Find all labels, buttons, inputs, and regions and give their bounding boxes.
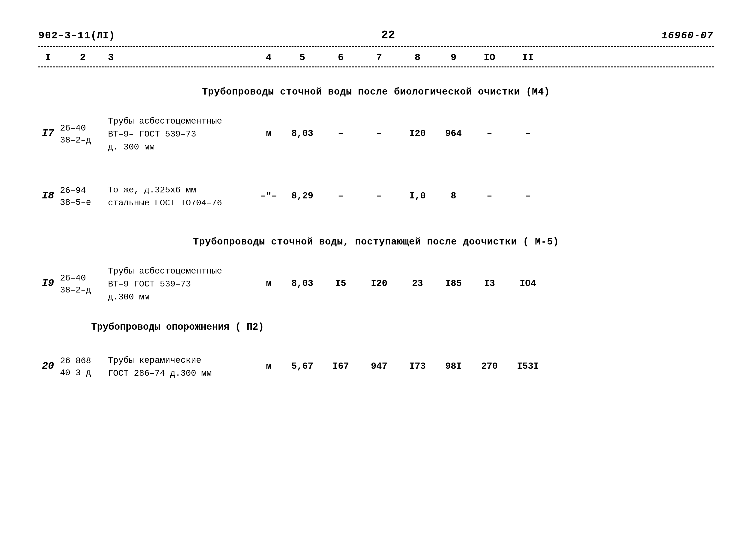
header-left: 902–3–11 [38,30,91,41]
row-18-num: I8 [38,190,58,202]
row-19-col5: 8,03 [283,278,321,288]
header-center: (ЛI) [91,30,115,41]
col-header-6: 6 [321,52,360,63]
row-19-col4: м [254,278,283,288]
row-18-col9: 8 [437,191,470,201]
row-20-col10: 270 [470,361,509,372]
row-17-code: 26–40 38–2–д [58,120,105,146]
row-20-col5: 5,67 [283,361,321,372]
table-row: I7 26–40 38–2–д Трубы асбестоцементные В… [38,112,714,155]
row-18-col4: –"– [254,191,283,201]
row-17-col11: – [509,128,547,139]
table-row: I9 26–40 38–2–д Трубы асбестоцементные В… [38,262,714,305]
row-17-col9: 964 [437,128,470,139]
row-19-col6: I5 [321,278,360,288]
row-17-col10: – [470,128,509,139]
row-20-desc: Трубы керамические ГОСТ 286–74 д.300 мм [105,352,254,380]
row-18-col7: – [360,191,398,201]
row-18-col10: – [470,191,509,201]
row-19-code: 26–40 38–2–д [58,271,105,297]
row-19-col7: I20 [360,278,398,288]
row-19-col10: I3 [470,278,509,288]
row-20-col7: 947 [360,361,398,372]
row-18-desc: То же, д.325х6 мм стальные ГОСТ IO704–76 [105,182,254,210]
row-18-col8: I,0 [398,191,437,201]
col-header-7: 7 [360,52,398,63]
row-18-col11: – [509,191,547,201]
row-20-code: 26–868 40–3–д [58,353,105,379]
col-header-11: II [509,52,547,63]
page: 902–3–11 (ЛI) 22 16960-07 I 2 3 4 5 6 7 … [0,0,752,560]
section-m4-heading: Трубопроводы сточной воды после биологич… [38,87,714,97]
row-17-desc: Трубы асбестоцементные ВТ–9– ГОСТ 539–73… [105,113,254,154]
top-dashed-line [38,46,714,47]
col-header-2: 2 [58,52,105,63]
table-row: 20 26–868 40–3–д Трубы керамические ГОСТ… [38,344,714,388]
row-20-num: 20 [38,360,58,372]
col-header-10: IO [470,52,509,63]
col-header-3: 3 [105,52,254,63]
section-m5-heading: Трубопроводы сточной воды, поступающей п… [38,237,714,247]
row-17-col8: I20 [398,128,437,139]
row-18-col5: 8,29 [283,191,321,201]
row-20-col9: 98I [437,361,470,372]
col-header-9: 9 [437,52,470,63]
row-17-col5: 8,03 [283,128,321,139]
row-17-col7: – [360,128,398,139]
row-19-num: I9 [38,278,58,289]
row-17-col4: м [254,128,283,139]
row-17-col6: – [321,128,360,139]
col-header-4: 4 [254,52,283,63]
row-19-col11: IO4 [509,278,547,288]
row-18-col6: – [321,191,360,201]
row-17-num: I7 [38,128,58,139]
col-header-5: 5 [283,52,321,63]
row-18-code: 26–94 38–5–е [58,183,105,209]
row-20-col4: м [254,361,283,372]
header-right: 16960-07 [661,30,714,41]
row-19-col9: I85 [437,278,470,288]
header-row: 902–3–11 (ЛI) 22 16960-07 [38,29,714,42]
row-20-col11: I53I [509,361,547,372]
row-19-desc: Трубы асбестоцементные ВТ–9 ГОСТ 539–73 … [105,263,254,304]
row-19-col8: 23 [398,278,437,288]
col-header-1: I [38,52,58,63]
col-header-8: 8 [398,52,437,63]
section-p2-heading: Трубопроводы опорожнения ( П2) [91,322,714,333]
row-20-col8: I73 [398,361,437,372]
row-20-col6: I67 [321,361,360,372]
column-headers: I 2 3 4 5 6 7 8 9 IO II [38,49,714,67]
header-number: 22 [115,29,661,42]
table-row: I8 26–94 38–5–е То же, д.325х6 мм стальн… [38,174,714,217]
